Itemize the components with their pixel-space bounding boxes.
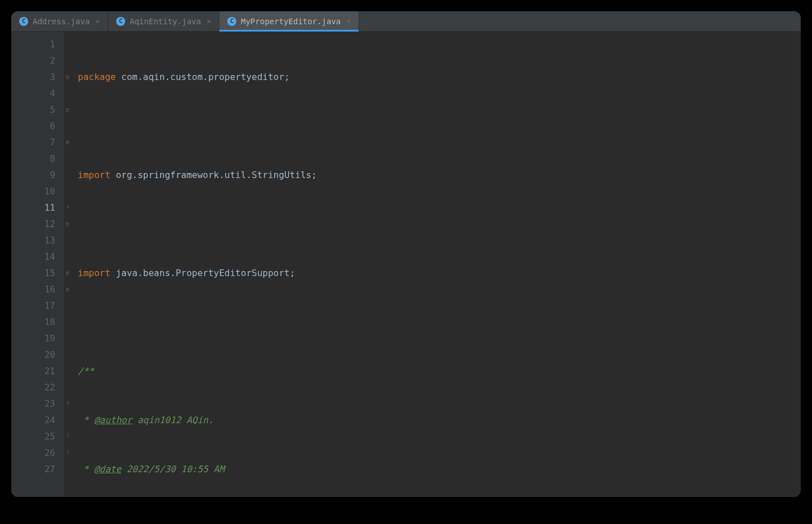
tab-aqinentity[interactable]: C AqinEntity.java × (108, 11, 219, 31)
line-number[interactable]: 12 (11, 216, 55, 232)
line-number[interactable]: 1 (11, 36, 55, 52)
tab-address[interactable]: C Address.java × (11, 11, 108, 31)
close-icon[interactable]: × (95, 17, 100, 25)
line-number[interactable]: 13 (11, 232, 55, 248)
close-icon[interactable]: × (206, 17, 211, 25)
line-number[interactable]: 15 (11, 265, 55, 281)
code-line[interactable]: /** (71, 363, 801, 379)
code-editor[interactable]: 1 2 3 4 5 6 7 8 9 10 11 12 13 14 15 16 1… (11, 32, 801, 497)
code-line[interactable] (71, 216, 801, 232)
line-number-gutter[interactable]: 1 2 3 4 5 6 7 8 9 10 11 12 13 14 15 16 1… (11, 32, 63, 497)
fold-icon[interactable] (65, 105, 69, 113)
fold-icon[interactable] (65, 73, 69, 81)
line-number[interactable]: 7 (11, 134, 55, 150)
tab-label: MyPropertyEditor.java (241, 17, 341, 26)
code-line[interactable] (71, 314, 801, 330)
fold-gutter[interactable] (63, 32, 71, 497)
line-number[interactable]: 27 (11, 461, 55, 477)
line-number[interactable]: 5 (11, 101, 55, 118)
code-line[interactable]: import java.beans.PropertyEditorSupport; (71, 265, 801, 281)
line-number[interactable]: 21 (11, 363, 55, 379)
tab-mypropertyeditor[interactable]: C MyPropertyEditor.java × (219, 11, 359, 31)
class-file-icon: C (116, 17, 125, 26)
line-number[interactable]: 2 (11, 52, 55, 69)
fold-icon[interactable] (65, 138, 69, 146)
tab-label: AqinEntity.java (130, 17, 201, 26)
line-number[interactable]: 25 (11, 428, 55, 445)
fold-end-icon (65, 448, 69, 456)
line-number[interactable]: 11 (11, 199, 55, 216)
line-number[interactable]: 4 (11, 85, 55, 101)
line-number[interactable]: 16 (11, 281, 55, 297)
tab-label: Address.java (33, 17, 90, 26)
line-number[interactable]: 6 (11, 118, 55, 134)
code-line[interactable] (71, 118, 801, 134)
code-area[interactable]: package com.aqin.custom.propertyeditor; … (71, 32, 801, 497)
line-number[interactable]: 18 (11, 314, 55, 330)
class-file-icon: C (227, 17, 236, 26)
code-line[interactable]: import org.springframework.util.StringUt… (71, 167, 801, 183)
editor-tabs: C Address.java × C AqinEntity.java × C M… (11, 11, 801, 32)
ide-window: C Address.java × C AqinEntity.java × C M… (11, 11, 801, 497)
fold-end-icon (65, 399, 69, 407)
line-number[interactable]: 14 (11, 248, 55, 265)
line-number[interactable]: 24 (11, 412, 55, 428)
code-line[interactable]: * @author aqin1012 AQin. (71, 412, 801, 428)
line-number[interactable]: 19 (11, 330, 55, 347)
line-number[interactable]: 23 (11, 396, 55, 412)
line-number[interactable]: 3 (11, 69, 55, 85)
line-number[interactable]: 17 (11, 297, 55, 314)
fold-end-icon (65, 203, 69, 211)
line-number[interactable]: 8 (11, 150, 55, 167)
line-number[interactable]: 10 (11, 183, 55, 199)
code-line[interactable]: package com.aqin.custom.propertyeditor; (71, 69, 801, 85)
fold-icon[interactable] (65, 285, 69, 293)
fold-icon[interactable] (65, 269, 69, 277)
line-number[interactable]: 22 (11, 379, 55, 396)
line-number[interactable]: 9 (11, 167, 55, 183)
line-number[interactable]: 20 (11, 347, 55, 363)
fold-end-icon (65, 432, 69, 440)
code-line[interactable]: * @date 2022/5/30 10:55 AM (71, 461, 801, 477)
line-number[interactable]: 26 (11, 445, 55, 461)
fold-icon[interactable] (65, 220, 69, 228)
close-icon[interactable]: × (346, 17, 351, 25)
class-file-icon: C (19, 17, 28, 26)
